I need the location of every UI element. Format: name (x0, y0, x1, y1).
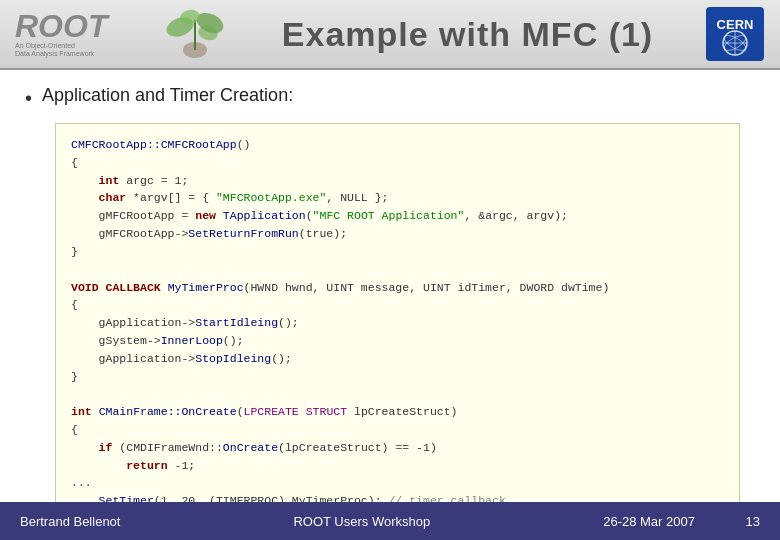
code-line: ... (71, 474, 724, 492)
code-line (71, 261, 724, 279)
root-logo-sub2: Data Analysis Framework (15, 50, 94, 58)
code-line: if (CMDIFrameWnd::OnCreate(lpCreateStruc… (71, 439, 724, 457)
svg-text:CERN: CERN (717, 17, 754, 32)
cern-logo: CERN (705, 7, 765, 62)
code-line: gApplication->StopIdleing(); (71, 350, 724, 368)
code-line: VOID CALLBACK MyTimerProc(HWND hwnd, UIN… (71, 279, 724, 297)
footer-author: Bertrand Bellenot (20, 514, 120, 529)
code-line: gMFCRootApp->SetReturnFromRun(true); (71, 225, 724, 243)
footer-page-number: 13 (746, 514, 760, 529)
code-line: CMFCRootApp::CMFCRootApp() (71, 136, 724, 154)
code-line (71, 385, 724, 403)
code-block: CMFCRootApp::CMFCRootApp() { int argc = … (55, 123, 740, 540)
code-line: { (71, 154, 724, 172)
code-line: { (71, 296, 724, 314)
bullet-section: • Application and Timer Creation: (25, 85, 755, 111)
code-line: int argc = 1; (71, 172, 724, 190)
cern-logo-image: CERN (706, 7, 764, 61)
code-line: } (71, 368, 724, 386)
footer-date: 26-28 Mar 2007 13 (603, 514, 760, 529)
code-line: int CMainFrame::OnCreate(LPCREATE STRUCT… (71, 403, 724, 421)
code-line: } (71, 243, 724, 261)
bullet-icon: • (25, 85, 32, 111)
code-line: { (71, 421, 724, 439)
code-line: char *argv[] = { "MFCRootApp.exe", NULL … (71, 189, 724, 207)
root-logo-sub1: An Object-Oriented (15, 42, 75, 50)
code-line: gApplication->StartIdleing(); (71, 314, 724, 332)
root-plant-icon (160, 5, 230, 63)
header: ROOT An Object-Oriented Data Analysis Fr… (0, 0, 780, 70)
code-line: gSystem->InnerLoop(); (71, 332, 724, 350)
code-line: return -1; (71, 457, 724, 475)
footer: Bertrand Bellenot ROOT Users Workshop 26… (0, 502, 780, 540)
footer-workshop: ROOT Users Workshop (293, 514, 430, 529)
main-content: • Application and Timer Creation: CMFCRo… (0, 70, 780, 540)
root-logo-text: ROOT (15, 10, 107, 42)
logo-area: ROOT An Object-Oriented Data Analysis Fr… (15, 5, 230, 63)
section-title: Application and Timer Creation: (42, 85, 293, 106)
code-line: gMFCRootApp = new TApplication("MFC ROOT… (71, 207, 724, 225)
root-logo: ROOT An Object-Oriented Data Analysis Fr… (15, 10, 155, 59)
page-title: Example with MFC (1) (230, 15, 705, 54)
